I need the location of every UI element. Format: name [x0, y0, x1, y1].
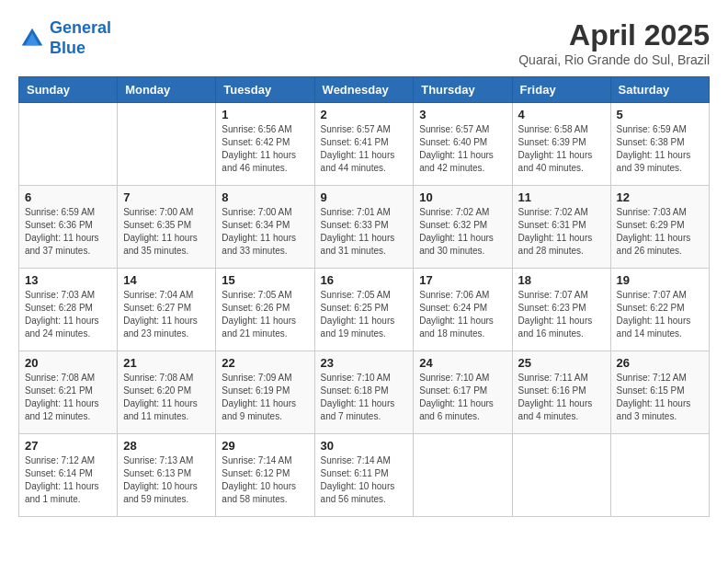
calendar-cell: [19, 103, 118, 186]
day-info: Sunrise: 7:03 AM Sunset: 6:28 PM Dayligh…: [25, 289, 111, 340]
day-header-tuesday: Tuesday: [216, 77, 314, 103]
day-number: 6: [25, 190, 111, 204]
day-number: 26: [617, 356, 703, 370]
day-header-friday: Friday: [512, 77, 610, 103]
calendar-cell: 12Sunrise: 7:03 AM Sunset: 6:29 PM Dayli…: [610, 186, 709, 269]
day-info: Sunrise: 7:12 AM Sunset: 6:15 PM Dayligh…: [617, 372, 703, 423]
day-info: Sunrise: 7:12 AM Sunset: 6:14 PM Dayligh…: [25, 454, 111, 506]
day-number: 30: [321, 439, 408, 453]
calendar-cell: 6Sunrise: 6:59 AM Sunset: 6:36 PM Daylig…: [19, 186, 118, 269]
logo: General Blue: [18, 18, 111, 58]
day-info: Sunrise: 7:02 AM Sunset: 6:31 PM Dayligh…: [518, 206, 605, 258]
calendar-cell: 13Sunrise: 7:03 AM Sunset: 6:28 PM Dayli…: [19, 269, 118, 351]
day-info: Sunrise: 7:14 AM Sunset: 6:12 PM Dayligh…: [222, 454, 308, 506]
day-number: 4: [518, 108, 605, 121]
calendar-cell: 23Sunrise: 7:10 AM Sunset: 6:18 PM Dayli…: [314, 351, 414, 434]
day-number: 29: [222, 439, 308, 453]
calendar-week-2: 6Sunrise: 6:59 AM Sunset: 6:36 PM Daylig…: [19, 186, 710, 269]
day-number: 22: [222, 356, 308, 370]
calendar-cell: 2Sunrise: 6:57 AM Sunset: 6:41 PM Daylig…: [314, 103, 414, 186]
day-number: 13: [25, 273, 111, 287]
day-info: Sunrise: 7:10 AM Sunset: 6:18 PM Dayligh…: [321, 372, 408, 423]
day-info: Sunrise: 6:56 AM Sunset: 6:42 PM Dayligh…: [222, 123, 308, 175]
calendar-cell: 29Sunrise: 7:14 AM Sunset: 6:12 PM Dayli…: [216, 434, 314, 517]
title-area: April 2025 Quarai, Rio Grande do Sul, Br…: [518, 18, 710, 67]
calendar-cell: [118, 103, 216, 186]
calendar-cell: 1Sunrise: 6:56 AM Sunset: 6:42 PM Daylig…: [216, 103, 314, 186]
day-number: 12: [617, 190, 703, 204]
day-number: 3: [419, 108, 506, 121]
calendar-cell: 9Sunrise: 7:01 AM Sunset: 6:33 PM Daylig…: [314, 186, 414, 269]
day-number: 17: [419, 273, 506, 287]
calendar-cell: 3Sunrise: 6:57 AM Sunset: 6:40 PM Daylig…: [414, 103, 512, 186]
calendar-week-1: 1Sunrise: 6:56 AM Sunset: 6:42 PM Daylig…: [19, 103, 710, 186]
calendar-cell: 21Sunrise: 7:08 AM Sunset: 6:20 PM Dayli…: [118, 351, 216, 434]
day-number: 9: [321, 190, 408, 204]
day-info: Sunrise: 7:14 AM Sunset: 6:11 PM Dayligh…: [321, 454, 408, 506]
calendar-week-3: 13Sunrise: 7:03 AM Sunset: 6:28 PM Dayli…: [19, 269, 710, 351]
day-number: 19: [617, 273, 703, 287]
calendar-cell: 15Sunrise: 7:05 AM Sunset: 6:26 PM Dayli…: [216, 269, 314, 351]
calendar-cell: 14Sunrise: 7:04 AM Sunset: 6:27 PM Dayli…: [118, 269, 216, 351]
calendar-cell: [610, 434, 709, 517]
day-info: Sunrise: 7:00 AM Sunset: 6:35 PM Dayligh…: [123, 206, 210, 258]
calendar-cell: 11Sunrise: 7:02 AM Sunset: 6:31 PM Dayli…: [512, 186, 610, 269]
day-number: 27: [25, 439, 111, 453]
day-info: Sunrise: 7:09 AM Sunset: 6:19 PM Dayligh…: [222, 372, 308, 423]
day-info: Sunrise: 7:08 AM Sunset: 6:20 PM Dayligh…: [123, 372, 210, 423]
day-info: Sunrise: 7:00 AM Sunset: 6:34 PM Dayligh…: [222, 206, 308, 258]
calendar-cell: 30Sunrise: 7:14 AM Sunset: 6:11 PM Dayli…: [314, 434, 414, 517]
day-info: Sunrise: 7:11 AM Sunset: 6:16 PM Dayligh…: [518, 372, 605, 423]
calendar-week-5: 27Sunrise: 7:12 AM Sunset: 6:14 PM Dayli…: [19, 434, 710, 517]
calendar-cell: 28Sunrise: 7:13 AM Sunset: 6:13 PM Dayli…: [118, 434, 216, 517]
day-info: Sunrise: 7:07 AM Sunset: 6:23 PM Dayligh…: [518, 289, 605, 340]
calendar-cell: 22Sunrise: 7:09 AM Sunset: 6:19 PM Dayli…: [216, 351, 314, 434]
day-number: 28: [123, 439, 210, 453]
day-info: Sunrise: 7:04 AM Sunset: 6:27 PM Dayligh…: [123, 289, 210, 340]
day-info: Sunrise: 7:01 AM Sunset: 6:33 PM Dayligh…: [321, 206, 408, 258]
month-title: April 2025: [518, 18, 710, 52]
day-number: 24: [419, 356, 506, 370]
calendar-cell: 4Sunrise: 6:58 AM Sunset: 6:39 PM Daylig…: [512, 103, 610, 186]
calendar-cell: 25Sunrise: 7:11 AM Sunset: 6:16 PM Dayli…: [512, 351, 610, 434]
day-number: 5: [617, 108, 703, 121]
calendar-header-row: SundayMondayTuesdayWednesdayThursdayFrid…: [19, 77, 710, 103]
day-info: Sunrise: 6:57 AM Sunset: 6:40 PM Dayligh…: [419, 123, 506, 175]
calendar-cell: 8Sunrise: 7:00 AM Sunset: 6:34 PM Daylig…: [216, 186, 314, 269]
logo-icon: [18, 25, 46, 52]
page-header: General Blue April 2025 Quarai, Rio Gran…: [18, 18, 710, 67]
day-info: Sunrise: 7:05 AM Sunset: 6:25 PM Dayligh…: [321, 289, 408, 340]
calendar-cell: 16Sunrise: 7:05 AM Sunset: 6:25 PM Dayli…: [314, 269, 414, 351]
calendar-cell: 20Sunrise: 7:08 AM Sunset: 6:21 PM Dayli…: [19, 351, 118, 434]
calendar-cell: 10Sunrise: 7:02 AM Sunset: 6:32 PM Dayli…: [414, 186, 512, 269]
calendar-cell: 5Sunrise: 6:59 AM Sunset: 6:38 PM Daylig…: [610, 103, 709, 186]
location: Quarai, Rio Grande do Sul, Brazil: [518, 52, 710, 67]
day-info: Sunrise: 7:02 AM Sunset: 6:32 PM Dayligh…: [419, 206, 506, 258]
day-info: Sunrise: 7:10 AM Sunset: 6:17 PM Dayligh…: [419, 372, 506, 423]
day-header-wednesday: Wednesday: [314, 77, 414, 103]
day-number: 10: [419, 190, 506, 204]
calendar-cell: 17Sunrise: 7:06 AM Sunset: 6:24 PM Dayli…: [414, 269, 512, 351]
day-header-thursday: Thursday: [414, 77, 512, 103]
day-info: Sunrise: 6:58 AM Sunset: 6:39 PM Dayligh…: [518, 123, 605, 175]
calendar-table: SundayMondayTuesdayWednesdayThursdayFrid…: [18, 76, 710, 517]
day-info: Sunrise: 6:59 AM Sunset: 6:38 PM Dayligh…: [617, 123, 703, 175]
calendar-week-4: 20Sunrise: 7:08 AM Sunset: 6:21 PM Dayli…: [19, 351, 710, 434]
calendar-cell: 26Sunrise: 7:12 AM Sunset: 6:15 PM Dayli…: [610, 351, 709, 434]
day-number: 7: [123, 190, 210, 204]
day-number: 1: [222, 108, 308, 121]
day-info: Sunrise: 7:05 AM Sunset: 6:26 PM Dayligh…: [222, 289, 308, 340]
day-number: 18: [518, 273, 605, 287]
calendar-cell: [414, 434, 512, 517]
calendar-cell: 19Sunrise: 7:07 AM Sunset: 6:22 PM Dayli…: [610, 269, 709, 351]
day-number: 11: [518, 190, 605, 204]
day-number: 23: [321, 356, 408, 370]
day-info: Sunrise: 6:57 AM Sunset: 6:41 PM Dayligh…: [321, 123, 408, 175]
calendar-cell: 18Sunrise: 7:07 AM Sunset: 6:23 PM Dayli…: [512, 269, 610, 351]
logo-text: General Blue: [50, 18, 111, 58]
day-number: 16: [321, 273, 408, 287]
day-number: 20: [25, 356, 111, 370]
day-header-saturday: Saturday: [610, 77, 709, 103]
day-info: Sunrise: 7:03 AM Sunset: 6:29 PM Dayligh…: [617, 206, 703, 258]
calendar-cell: 7Sunrise: 7:00 AM Sunset: 6:35 PM Daylig…: [118, 186, 216, 269]
